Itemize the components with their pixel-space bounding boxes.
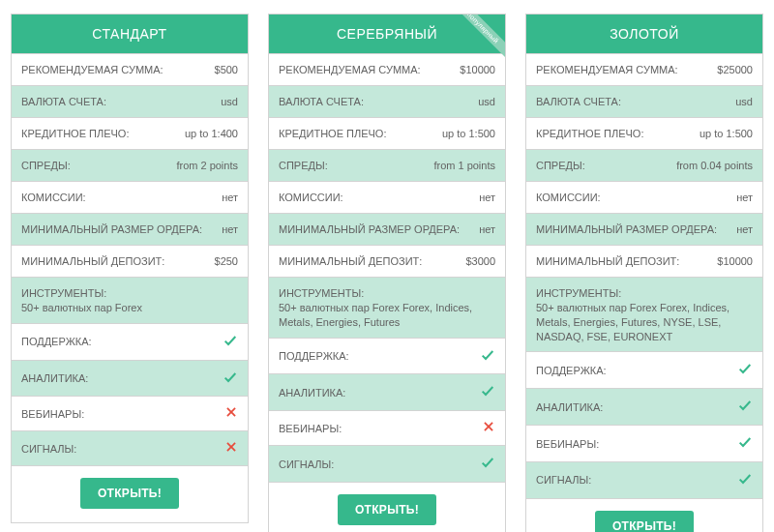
row-spreads: СПРЕДЫ:from 0.04 points (526, 150, 762, 182)
row-analytics: АНАЛИТИКА: (526, 389, 762, 426)
plan-gold: ЗОЛОТОЙ РЕКОМЕНДУЕМАЯ СУММА:$25000 ВАЛЮТ… (525, 14, 763, 532)
row-spreads: СПРЕДЫ:from 1 points (269, 150, 505, 182)
plan-title: ЗОЛОТОЙ (526, 15, 762, 54)
plan-standard: СТАНДАРТ РЕКОМЕНДУЕМАЯ СУММА:$500 ВАЛЮТА… (11, 14, 249, 523)
plan-title: СТАНДАРТ (12, 15, 248, 54)
row-analytics: АНАЛИТИКА: (269, 374, 505, 411)
row-amount: РЕКОМЕНДУЕМАЯ СУММА:$500 (12, 54, 248, 86)
row-amount: РЕКОМЕНДУЕМАЯ СУММА:$10000 (269, 54, 505, 86)
row-min-order: МИНИМАЛЬНЫЙ РАЗМЕР ОРДЕРА:нет (269, 214, 505, 246)
cross-icon (224, 405, 238, 423)
row-commission: КОМИССИИ:нет (12, 182, 248, 214)
row-commission: КОМИССИИ:нет (526, 182, 762, 214)
cross-icon (482, 420, 495, 437)
row-support: ПОДДЕРЖКА: (12, 324, 248, 361)
row-min-order: МИНИМАЛЬНЫЙ РАЗМЕР ОРДЕРА:нет (526, 214, 762, 246)
row-leverage: КРЕДИТНОЕ ПЛЕЧО:up to 1:400 (12, 118, 248, 150)
row-signals: СИГНАЛЫ: (526, 462, 762, 499)
row-support: ПОДДЕРЖКА: (526, 352, 762, 389)
row-currency: ВАЛЮТА СЧЕТА:usd (269, 86, 505, 118)
open-button[interactable]: ОТКРЫТЬ! (338, 494, 436, 525)
plan-footer: ОТКРЫТЬ! (12, 466, 248, 522)
row-leverage: КРЕДИТНОЕ ПЛЕЧО:up to 1:500 (269, 118, 505, 150)
row-webinars: ВЕБИНАРЫ: (269, 411, 505, 446)
check-icon (737, 434, 753, 454)
check-icon (480, 383, 495, 402)
row-currency: ВАЛЮТА СЧЕТА:usd (12, 86, 248, 118)
plan-footer: ОТКРЫТЬ! (269, 483, 505, 532)
row-webinars: ВЕБИНАРЫ: (12, 397, 248, 431)
row-min-deposit: МИНИМАЛЬНЫЙ ДЕПОЗИТ:$250 (12, 246, 248, 278)
row-amount: РЕКОМЕНДУЕМАЯ СУММА:$25000 (526, 54, 762, 86)
row-signals: СИГНАЛЫ: (12, 431, 248, 466)
row-support: ПОДДЕРЖКА: (269, 339, 505, 375)
pricing-table: СТАНДАРТ РЕКОМЕНДУЕМАЯ СУММА:$500 ВАЛЮТА… (10, 14, 764, 532)
cross-icon (224, 440, 238, 458)
row-instruments: ИНСТРУМЕНТЫ:50+ валютных пар Forex (12, 278, 248, 324)
plan-footer: ОТКРЫТЬ! (526, 499, 762, 532)
row-leverage: КРЕДИТНОЕ ПЛЕЧО:up to 1:500 (526, 118, 762, 150)
row-signals: СИГНАЛЫ: (269, 446, 505, 483)
row-instruments: ИНСТРУМЕНТЫ:50+ валютных пар Forex Forex… (526, 278, 762, 352)
row-min-order: МИНИМАЛЬНЫЙ РАЗМЕР ОРДЕРА:нет (12, 214, 248, 246)
check-icon (737, 361, 753, 380)
row-min-deposit: МИНИМАЛЬНЫЙ ДЕПОЗИТ:$10000 (526, 246, 762, 278)
row-webinars: ВЕБИНАРЫ: (526, 426, 762, 462)
check-icon (480, 347, 495, 367)
row-commission: КОМИССИИ:нет (269, 182, 505, 214)
open-button[interactable]: ОТКРЫТЬ! (80, 478, 179, 509)
plan-silver: популярный СЕРЕБРЯНЫЙ РЕКОМЕНДУЕМАЯ СУММ… (268, 14, 506, 532)
check-icon (480, 455, 495, 474)
row-spreads: СПРЕДЫ:from 2 points (12, 150, 248, 182)
check-icon (223, 369, 238, 389)
check-icon (737, 471, 753, 490)
open-button[interactable]: ОТКРЫТЬ! (595, 511, 694, 532)
check-icon (223, 333, 238, 352)
row-analytics: АНАЛИТИКА: (12, 361, 248, 398)
row-instruments: ИНСТРУМЕНТЫ:50+ валютных пар Forex Forex… (269, 278, 505, 339)
check-icon (737, 398, 753, 417)
row-min-deposit: МИНИМАЛЬНЫЙ ДЕПОЗИТ:$3000 (269, 246, 505, 278)
row-currency: ВАЛЮТА СЧЕТА:usd (526, 86, 762, 118)
